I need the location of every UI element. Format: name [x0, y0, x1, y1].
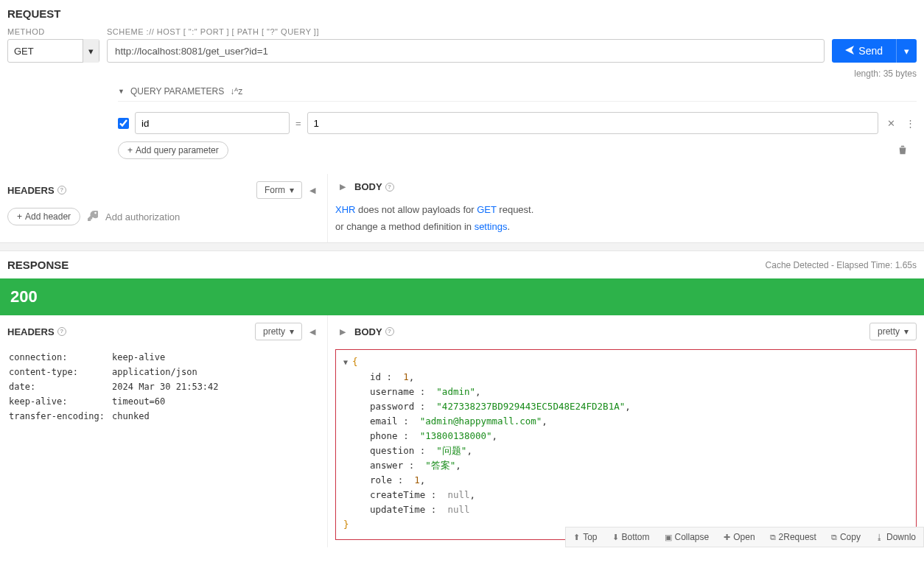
resp-headers-mode[interactable]: pretty ▾ — [255, 323, 302, 340]
mode-value: pretty — [878, 326, 900, 337]
req-body-title: BODY — [354, 181, 382, 192]
method-select[interactable]: GET ▾ — [7, 39, 99, 63]
download-button[interactable]: ⭳Downlo — [868, 527, 923, 547]
expand-right-icon[interactable]: ▶ — [335, 327, 350, 337]
plus-icon: + — [17, 211, 22, 222]
header-row: content-type:application/json — [9, 365, 225, 379]
url-input[interactable] — [107, 39, 825, 63]
method-label: METHOD — [7, 27, 99, 36]
send-label: Send — [858, 45, 883, 57]
headers-mode-value: Form — [265, 185, 285, 195]
help-icon[interactable]: ? — [57, 327, 66, 336]
response-headers-table: connection:keep-alive content-type:appli… — [7, 349, 226, 424]
caret-down-icon: ▾ — [904, 326, 909, 337]
param-menu-icon[interactable]: ⋮ — [903, 118, 917, 129]
url-length: length: 35 bytes — [0, 69, 924, 82]
help-icon[interactable]: ? — [385, 183, 394, 192]
query-params-title: QUERY PARAMETERS — [130, 86, 224, 97]
copy-icon: ⧉ — [831, 533, 837, 542]
resp-headers-title: HEADERS — [7, 326, 55, 337]
response-meta: Cache Detected - Elapsed Time: 1.65s — [766, 260, 917, 270]
body-disabled-msg: XHR does not allow payloads for GET requ… — [335, 201, 917, 218]
settings-link[interactable]: settings — [475, 221, 508, 232]
arrow-up-circle-icon: ⬆ — [573, 533, 580, 542]
url-label: SCHEME :// HOST [ ":" PORT ] [ PATH [ "?… — [107, 27, 825, 36]
query-param-row: = ✕ ⋮ — [118, 102, 917, 141]
caret-down-icon[interactable]: ▾ — [83, 39, 99, 63]
top-button[interactable]: ⬆Top — [566, 527, 604, 547]
param-key-input[interactable] — [135, 112, 290, 134]
download-icon: ⭳ — [875, 533, 883, 541]
trash-icon[interactable] — [896, 144, 909, 157]
equals-sign: = — [295, 118, 301, 129]
remove-param-icon[interactable]: ✕ — [884, 118, 897, 129]
header-row: date:2024 Mar 30 21:53:42 — [9, 380, 225, 393]
copy-button[interactable]: ⧉Copy — [824, 527, 868, 547]
query-params-header[interactable]: ▼ QUERY PARAMETERS ↓ᴬz — [118, 86, 917, 102]
request-title: REQUEST — [0, 0, 924, 27]
req-headers-title: HEADERS — [7, 185, 55, 196]
body-settings-msg: or change a method definition in setting… — [335, 218, 917, 235]
resp-body-mode[interactable]: pretty ▾ — [869, 323, 917, 340]
collapse-left-icon[interactable]: ◀ — [305, 186, 320, 195]
add-header-label: Add header — [25, 211, 71, 222]
caret-down-icon: ▾ — [290, 185, 294, 195]
response-json: ▼{ id : 1, username : "admin", password … — [335, 349, 917, 540]
sort-icon[interactable]: ↓ᴬz — [230, 86, 242, 97]
copy-request-icon: ⧉ — [770, 533, 776, 542]
header-row: keep-alive:timeout=60 — [9, 395, 225, 408]
open-icon: ✚ — [724, 533, 730, 542]
collapse-icon: ▣ — [665, 533, 672, 542]
mode-value: pretty — [263, 326, 285, 337]
expand-right-icon[interactable]: ▶ — [335, 182, 350, 192]
add-header-button[interactable]: + Add header — [7, 208, 80, 225]
send-button[interactable]: Send — [832, 39, 896, 63]
get-link[interactable]: GET — [477, 204, 497, 215]
add-query-param-button[interactable]: + Add query parameter — [118, 141, 228, 159]
help-icon[interactable]: ? — [57, 186, 66, 194]
add-param-label: Add query parameter — [136, 145, 219, 155]
response-title: RESPONSE — [7, 259, 69, 271]
caret-down-icon: ▾ — [290, 326, 294, 337]
resp-body-title: BODY — [354, 326, 382, 337]
xhr-link[interactable]: XHR — [335, 204, 355, 215]
header-row: connection:keep-alive — [9, 351, 225, 364]
paper-plane-icon — [845, 45, 854, 57]
collapse-toggle-icon[interactable]: ▼ — [343, 358, 352, 366]
open-button[interactable]: ✚Open — [716, 527, 762, 547]
param-enabled-checkbox[interactable] — [118, 118, 129, 129]
collapse-left-icon[interactable]: ◀ — [305, 327, 320, 337]
help-icon[interactable]: ? — [385, 327, 394, 336]
plus-icon: + — [127, 145, 133, 155]
add-auth-link[interactable]: Add authorization — [105, 211, 180, 222]
param-value-input[interactable] — [307, 112, 878, 134]
section-divider — [0, 242, 924, 251]
response-toolbar: ⬆Top ⬇Bottom ▣Collapse ✚Open ⧉2Request ⧉… — [565, 527, 924, 547]
headers-mode-select[interactable]: Form ▾ — [256, 181, 302, 199]
bottom-button[interactable]: ⬇Bottom — [605, 527, 657, 547]
method-value: GET — [14, 46, 34, 57]
key-icon — [88, 211, 98, 223]
arrow-down-circle-icon: ⬇ — [612, 533, 619, 542]
send-dropdown[interactable]: ▾ — [896, 39, 917, 63]
2request-button[interactable]: ⧉2Request — [763, 527, 824, 547]
status-code: 200 — [0, 278, 924, 315]
collapse-button[interactable]: ▣Collapse — [657, 527, 717, 547]
chevron-down-icon: ▼ — [118, 88, 125, 95]
header-row: transfer-encoding:chunked — [9, 410, 225, 423]
